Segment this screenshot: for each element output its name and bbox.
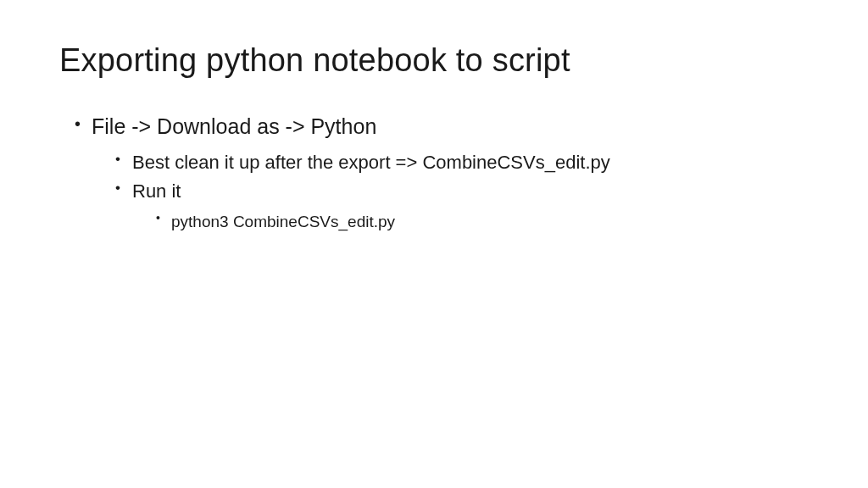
list-item: Best clean it up after the export => Com… [115,148,809,177]
bullet-list-level-3: python3 CombineCSVs_edit.py [132,209,809,234]
bullet-text: python3 CombineCSVs_edit.py [171,213,395,230]
bullet-text: Best clean it up after the export => Com… [132,152,610,173]
bullet-list-level-2: Best clean it up after the export => Com… [92,148,809,235]
list-item: python3 CombineCSVs_edit.py [156,209,809,234]
bullet-text: Run it [132,180,181,202]
list-item: File -> Download as -> Python Best clean… [75,111,809,234]
list-item: Run it python3 CombineCSVs_edit.py [115,177,809,235]
slide-title: Exporting python notebook to script [59,42,809,79]
bullet-text: File -> Download as -> Python [92,114,376,138]
bullet-list-level-1: File -> Download as -> Python Best clean… [59,111,809,234]
